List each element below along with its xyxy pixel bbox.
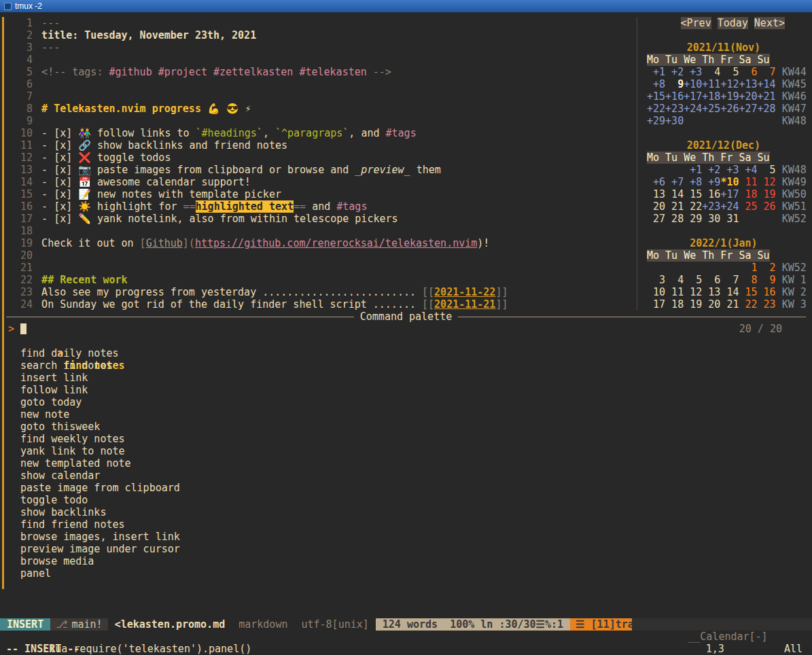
calendar-day[interactable]: 7 [758, 66, 776, 78]
calendar-day[interactable]: 31 [720, 213, 739, 225]
palette-item[interactable]: show backlinks [0, 506, 812, 518]
calendar-day[interactable]: 19 [758, 188, 776, 200]
calendar-day[interactable]: 7 [720, 274, 739, 286]
calendar-day[interactable]: 5 [758, 164, 776, 176]
palette-item[interactable]: show calendar [0, 470, 812, 482]
calendar-day[interactable]: +13 [739, 78, 757, 90]
calendar-day[interactable]: +2 [702, 164, 720, 176]
calendar-day[interactable]: +10 [684, 78, 702, 90]
calendar-day[interactable]: +22 [647, 103, 665, 115]
calendar-today-button[interactable]: Today [718, 17, 748, 29]
calendar-day[interactable]: 10 [647, 286, 665, 298]
calendar-day[interactable]: 20 [647, 200, 665, 213]
calendar-day[interactable]: 19 [684, 298, 702, 311]
palette-selected-item[interactable]: > find notes [0, 335, 812, 347]
calendar-day[interactable]: +11 [702, 78, 720, 90]
calendar-day[interactable]: +25 [702, 103, 720, 115]
calendar-day[interactable]: +29 [647, 115, 665, 127]
calendar-day[interactable]: +14 [758, 78, 776, 90]
calendar-day[interactable]: +20 [739, 90, 757, 103]
calendar-day[interactable]: +30 [665, 115, 684, 127]
calendar-day[interactable]: 25 [739, 200, 757, 213]
calendar-day[interactable]: +12 [720, 78, 739, 90]
calendar-day[interactable]: +23 [665, 103, 684, 115]
palette-item[interactable]: browse images, insert link [0, 531, 812, 543]
calendar-day[interactable]: 3 [647, 274, 665, 286]
palette-item[interactable]: preview image under cursor [0, 543, 812, 555]
calendar-day[interactable]: +18 [702, 90, 720, 103]
calendar-day[interactable]: 20 [702, 298, 720, 311]
calendar-day[interactable]: 22 [684, 200, 702, 213]
calendar-day[interactable]: 14 [720, 286, 739, 298]
calendar-day[interactable]: +23 [702, 200, 720, 213]
calendar-day[interactable]: +1 [647, 66, 665, 78]
calendar-day[interactable]: 13 [647, 188, 665, 200]
calendar-day[interactable]: +3 [684, 66, 702, 78]
calendar-day[interactable]: 6 [702, 274, 720, 286]
calendar-day[interactable]: 23 [758, 298, 776, 311]
calendar-day[interactable]: +8 [684, 176, 702, 188]
calendar-day[interactable]: 15 [739, 286, 757, 298]
calendar-day[interactable]: *10 [720, 176, 739, 188]
calendar-day[interactable]: +21 [758, 90, 776, 103]
calendar-day[interactable]: 18 [665, 298, 684, 311]
calendar-day[interactable]: 5 [720, 66, 739, 78]
git-branch[interactable]: ⎇main! [50, 618, 107, 631]
calendar-day[interactable]: 9 [758, 274, 776, 286]
calendar-day[interactable]: +19 [720, 90, 739, 103]
calendar-day[interactable]: 16 [758, 286, 776, 298]
calendar-day[interactable]: 9 [665, 78, 684, 90]
calendar-day[interactable]: +1 [684, 164, 702, 176]
palette-item[interactable]: follow link [0, 384, 812, 396]
calendar-day[interactable]: 4 [702, 66, 720, 78]
palette-item[interactable]: yank link to note [0, 445, 812, 457]
calendar-day[interactable]: 17 [647, 298, 665, 311]
calendar-day[interactable]: 6 [739, 66, 757, 78]
calendar-day[interactable]: +6 [647, 176, 665, 188]
palette-item[interactable]: toggle todo [0, 494, 812, 506]
calendar-day[interactable]: 27 [647, 213, 665, 225]
palette-item[interactable]: goto today [0, 396, 812, 408]
calendar-day[interactable]: +27 [739, 103, 757, 115]
palette-item[interactable]: find weekly notes [0, 433, 812, 445]
palette-item[interactable]: new note [0, 408, 812, 421]
calendar-day[interactable]: +9 [702, 176, 720, 188]
calendar-day[interactable]: 21 [665, 200, 684, 213]
calendar-day[interactable]: 8 [739, 274, 757, 286]
calendar-day[interactable]: 16 [702, 188, 720, 200]
text-cursor[interactable] [20, 323, 27, 334]
calendar-prev-button[interactable]: <Prev [681, 17, 711, 29]
calendar-day[interactable]: +24 [684, 103, 702, 115]
calendar-day[interactable]: 13 [702, 286, 720, 298]
calendar-day[interactable]: +16 [665, 90, 684, 103]
calendar-day[interactable]: +8 [647, 78, 665, 90]
palette-item[interactable]: paste image from clipboard [0, 482, 812, 494]
palette-item[interactable]: panel [0, 567, 812, 580]
calendar-day[interactable]: +24 [720, 200, 739, 213]
palette-prompt-row[interactable]: > 20 / 20 [0, 323, 812, 335]
calendar-day[interactable]: 26 [758, 200, 776, 213]
calendar-day[interactable]: +15 [647, 90, 665, 103]
calendar-day[interactable]: 18 [739, 188, 757, 200]
calendar-day[interactable]: 14 [665, 188, 684, 200]
calendar-day[interactable]: 5 [684, 274, 702, 286]
calendar-day[interactable]: +2 [665, 66, 684, 78]
calendar-day[interactable]: 29 [684, 213, 702, 225]
calendar-day[interactable]: 22 [739, 298, 757, 311]
palette-item[interactable]: find daily notes [0, 347, 812, 359]
calendar-day[interactable]: 21 [720, 298, 739, 311]
calendar-next-button[interactable]: Next> [754, 17, 785, 29]
calendar-day[interactable]: 28 [665, 213, 684, 225]
calendar-day[interactable]: 12 [758, 176, 776, 188]
calendar-day[interactable]: 11 [739, 176, 757, 188]
calendar-day[interactable]: +3 [720, 164, 739, 176]
calendar-day[interactable]: +4 [739, 164, 757, 176]
palette-item[interactable]: goto thisweek [0, 421, 812, 433]
editor-pane[interactable]: 1---2title: Tuesday, November 23th, 2021… [8, 17, 637, 311]
calendar-day[interactable]: 2 [758, 262, 776, 274]
calendar-day[interactable]: 1 [739, 262, 757, 274]
calendar-day[interactable]: +26 [720, 103, 739, 115]
palette-item[interactable]: browse media [0, 555, 812, 567]
palette-item[interactable]: new templated note [0, 457, 812, 470]
calendar-day[interactable]: 12 [684, 286, 702, 298]
